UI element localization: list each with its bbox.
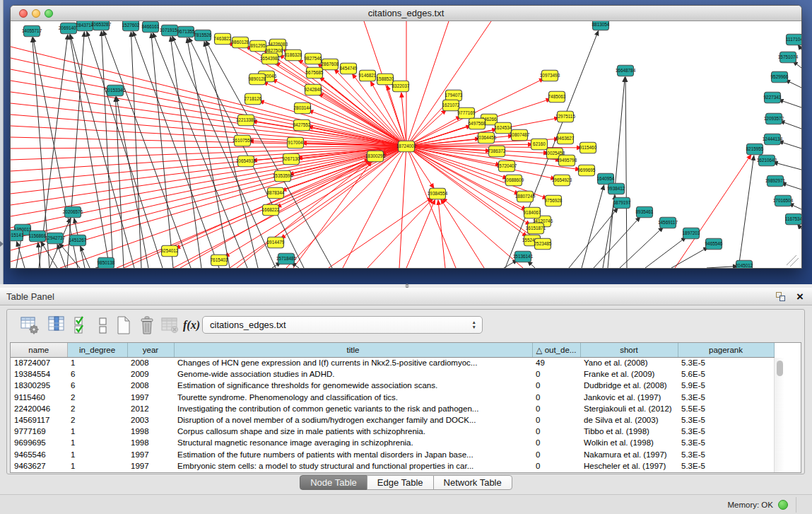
table-cell[interactable]: 6 bbox=[67, 368, 127, 380]
table-row[interactable]: 1872400712008Changes of HCN gene express… bbox=[11, 357, 774, 368]
network-graph-canvas[interactable]: 1872400718300295193845548912951422608398… bbox=[11, 21, 801, 268]
table-cell[interactable]: 5.3E-5 bbox=[678, 460, 774, 472]
table-row[interactable]: 1938455462009Genome-wide association stu… bbox=[11, 368, 774, 380]
table-cell[interactable]: 1 bbox=[67, 449, 127, 460]
graph-node[interactable]: 18807249 bbox=[515, 191, 536, 202]
graph-node[interactable]: 9860128 bbox=[232, 37, 249, 48]
graph-node[interactable]: 1640954 bbox=[597, 173, 615, 185]
graph-node[interactable]: 6879197 bbox=[613, 197, 631, 209]
graph-node[interactable]: 20206576 bbox=[63, 206, 83, 218]
graph-node[interactable]: 9465546 bbox=[705, 238, 723, 250]
table-cell[interactable]: 0 bbox=[532, 437, 580, 448]
graph-node[interactable]: 9529966 bbox=[771, 71, 789, 83]
graph-node[interactable]: 2523485 bbox=[534, 238, 552, 250]
graph-node[interactable]: 8935461 bbox=[636, 206, 654, 218]
table-cell[interactable]: 9465546 bbox=[11, 449, 67, 460]
table-cell[interactable]: 1998 bbox=[127, 426, 174, 437]
graph-node[interactable]: 20364456 bbox=[476, 132, 497, 144]
graph-node[interactable]: 917004 bbox=[288, 137, 304, 148]
graph-node[interactable]: 7615403 bbox=[211, 255, 228, 266]
graph-node[interactable]: 1897203 bbox=[683, 228, 700, 239]
graph-node[interactable]: 7386372 bbox=[488, 146, 506, 157]
graph-node[interactable]: 7463822 bbox=[214, 33, 232, 45]
table-row[interactable]: 2242004622012Investigating the contribut… bbox=[11, 403, 774, 414]
table-cell[interactable]: 5.3E-5 bbox=[678, 437, 774, 448]
table-cell[interactable]: 9699695 bbox=[11, 437, 67, 448]
table-cell[interactable]: Investigating the contribution of common… bbox=[174, 403, 532, 414]
graph-node[interactable]: 8878344 bbox=[267, 187, 285, 199]
table-cell[interactable]: 0 bbox=[532, 392, 580, 403]
graph-node[interactable]: 15136141 bbox=[513, 251, 534, 262]
table-cell[interactable]: 2008 bbox=[127, 357, 174, 368]
graph-node[interactable]: 9938412 bbox=[608, 183, 625, 194]
graph-node[interactable]: 9699695 bbox=[578, 165, 596, 176]
graph-node[interactable]: 9184067 bbox=[524, 207, 541, 218]
table-cell[interactable]: 1 bbox=[67, 357, 127, 368]
table-cell[interactable]: Structural magnetic resonance image aver… bbox=[174, 437, 532, 448]
graph-node[interactable]: 20153346 bbox=[105, 85, 126, 96]
graph-node[interactable]: 6914479 bbox=[267, 237, 285, 248]
graph-node[interactable]: 891295 bbox=[250, 40, 266, 52]
table-cell[interactable]: 14569117 bbox=[11, 414, 67, 426]
table-cell[interactable]: 5.5E-5 bbox=[678, 403, 774, 414]
table-cell[interactable]: de Silva et al. (2003) bbox=[580, 414, 678, 426]
panel-collapse-strip[interactable] bbox=[0, 0, 4, 284]
table-cell[interactable]: 0 bbox=[532, 414, 580, 426]
table-cell[interactable]: 2003 bbox=[127, 414, 174, 426]
table-cell[interactable]: 1997 bbox=[127, 392, 174, 403]
tab-node-table[interactable]: Node Table bbox=[300, 475, 367, 490]
create-new-attribute-icon[interactable] bbox=[114, 315, 134, 336]
graph-node[interactable]: 9227343 bbox=[764, 92, 782, 103]
table-row[interactable]: 1830029562008Estimation of significance … bbox=[11, 380, 774, 391]
table-cell[interactable]: 0 bbox=[532, 449, 580, 460]
close-window-button[interactable] bbox=[19, 9, 28, 18]
graph-node[interactable]: 15751074 bbox=[778, 52, 799, 63]
tab-network-table[interactable]: Network Table bbox=[433, 475, 512, 490]
graph-node[interactable]: 14569117 bbox=[658, 217, 678, 228]
table-row[interactable]: 977716911998Corpus callosum shape and si… bbox=[11, 426, 774, 437]
graph-node[interactable]: 1451267 bbox=[69, 235, 87, 246]
graph-node[interactable]: 12444134 bbox=[763, 134, 783, 145]
graph-node[interactable]: 14055717 bbox=[22, 25, 42, 37]
table-cell[interactable]: 1 bbox=[67, 437, 127, 448]
graph-node[interactable]: 5675685 bbox=[306, 67, 324, 78]
graph-node[interactable]: 15718485 bbox=[276, 253, 297, 264]
table-cell[interactable]: Wolkin et al. (1998) bbox=[580, 437, 678, 448]
graph-node[interactable]: 9890128 bbox=[249, 74, 266, 85]
table-cell[interactable]: 0 bbox=[532, 460, 580, 472]
close-panel-icon[interactable]: × bbox=[796, 289, 804, 304]
table-cell[interactable]: Franke et al. (2009) bbox=[580, 368, 678, 380]
table-cell[interactable]: 19384554 bbox=[11, 368, 67, 380]
graph-node[interactable]: 7485063 bbox=[548, 91, 566, 103]
graph-node[interactable]: 9756928 bbox=[545, 195, 563, 206]
table-cell[interactable]: 5.3E-5 bbox=[678, 392, 774, 403]
table-cell[interactable]: 1997 bbox=[127, 449, 174, 460]
column-header-out_de[interactable]: △ out_de... bbox=[532, 343, 580, 357]
table-scrollbar[interactable] bbox=[774, 358, 784, 473]
graph-node[interactable]: 9242848 bbox=[305, 84, 322, 95]
table-cell[interactable]: 9115460 bbox=[11, 392, 67, 403]
table-settings-icon[interactable] bbox=[20, 315, 40, 336]
table-cell[interactable]: 6 bbox=[67, 380, 127, 391]
graph-node[interactable]: 1668222 bbox=[262, 204, 280, 216]
table-cell[interactable]: 2012 bbox=[127, 403, 174, 414]
graph-node[interactable]: 8322037 bbox=[392, 81, 410, 92]
function-builder-icon[interactable]: f(x) bbox=[183, 315, 203, 336]
graph-node[interactable]: 10653287 bbox=[91, 21, 112, 30]
minimize-window-button[interactable] bbox=[32, 9, 40, 18]
graph-node[interactable]: 12942737 bbox=[45, 233, 66, 244]
graph-node[interactable]: 2718126 bbox=[245, 93, 262, 105]
graph-node[interactable]: 10807487 bbox=[510, 129, 530, 141]
table-cell[interactable]: 9777169 bbox=[11, 426, 67, 437]
graph-node[interactable]: 2045012 bbox=[736, 260, 753, 268]
graph-node[interactable]: 9115460 bbox=[579, 142, 597, 153]
table-cell[interactable]: Dudbridge et al. (2008) bbox=[580, 380, 678, 391]
graph-node[interactable]: 2803144 bbox=[294, 103, 312, 114]
graph-node[interactable]: 8813054 bbox=[592, 21, 610, 30]
window-titlebar[interactable]: citations_edges.txt bbox=[11, 6, 801, 21]
graph-node[interactable]: 9777169 bbox=[458, 107, 476, 119]
graph-node[interactable]: 19495798 bbox=[557, 155, 577, 166]
table-cell[interactable]: Genome-wide association studies in ADHD. bbox=[174, 368, 532, 380]
table-cell[interactable]: 2 bbox=[67, 414, 127, 426]
graph-node[interactable]: 1117104 bbox=[786, 34, 801, 45]
